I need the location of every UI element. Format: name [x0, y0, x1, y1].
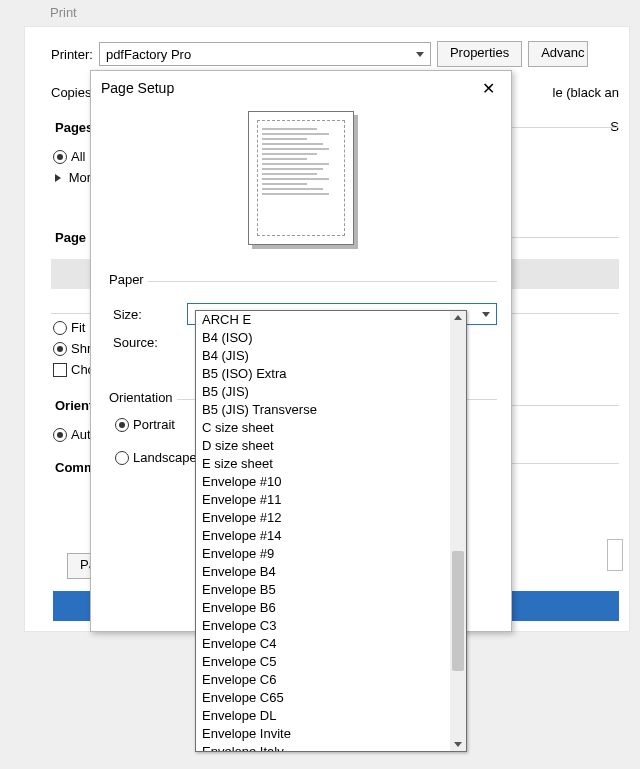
paper-size-option[interactable]: B4 (JIS): [196, 347, 450, 365]
paper-size-option[interactable]: Envelope #14: [196, 527, 450, 545]
dropdown-scrollbar[interactable]: [450, 311, 466, 751]
paper-size-option[interactable]: D size sheet: [196, 437, 450, 455]
paper-size-option[interactable]: E size sheet: [196, 455, 450, 473]
paper-size-option[interactable]: Envelope C5: [196, 653, 450, 671]
print-heading: Print: [50, 5, 77, 20]
radio-on-icon: [53, 342, 67, 356]
paper-size-option[interactable]: B5 (ISO) Extra: [196, 365, 450, 383]
printer-select[interactable]: pdfFactory Pro: [99, 42, 431, 66]
source-label: Source:: [113, 335, 175, 350]
printer-label: Printer:: [51, 47, 93, 62]
paper-legend: Paper: [105, 272, 148, 287]
page-preview: [248, 111, 354, 245]
size-label: Size:: [113, 307, 175, 322]
paper-size-option[interactable]: Envelope C4: [196, 635, 450, 653]
properties-button[interactable]: Properties: [437, 41, 522, 67]
radio-on-icon: [115, 418, 129, 432]
radio-on-icon: [53, 428, 67, 442]
scroll-down-icon[interactable]: [454, 742, 462, 747]
paper-size-option[interactable]: Envelope #10: [196, 473, 450, 491]
triangle-right-icon: [55, 174, 61, 182]
grayscale-label-fragment: le (black an: [553, 85, 619, 100]
radio-off-icon: [53, 321, 67, 335]
chevron-down-icon: [482, 312, 490, 317]
auto-label: Aut: [71, 427, 91, 442]
scroll-stub: [607, 539, 623, 571]
pages-all-label: All: [71, 149, 85, 164]
paper-size-option[interactable]: Envelope DL: [196, 707, 450, 725]
paper-size-option[interactable]: Envelope Italy: [196, 743, 450, 751]
dialog-title: Page Setup: [101, 80, 174, 96]
copies-label: Copies: [51, 85, 91, 100]
close-button[interactable]: ✕: [476, 79, 501, 98]
paper-size-option[interactable]: Envelope B5: [196, 581, 450, 599]
paper-size-option[interactable]: Envelope #11: [196, 491, 450, 509]
paper-size-option[interactable]: Envelope B4: [196, 563, 450, 581]
paper-size-option[interactable]: Envelope B6: [196, 599, 450, 617]
paper-size-option[interactable]: B4 (ISO): [196, 329, 450, 347]
paper-size-option[interactable]: C size sheet: [196, 419, 450, 437]
paper-size-option[interactable]: Envelope Invite: [196, 725, 450, 743]
portrait-label: Portrait: [133, 417, 175, 432]
chevron-down-icon: [416, 52, 424, 57]
printer-value: pdfFactory Pro: [106, 47, 191, 62]
orientation-legend: Orientation: [105, 390, 177, 405]
scroll-thumb[interactable]: [452, 551, 464, 671]
paper-size-dropdown[interactable]: ARCH EB4 (ISO)B4 (JIS)B5 (ISO) ExtraB5 (…: [195, 310, 467, 752]
paper-size-option[interactable]: Envelope C65: [196, 689, 450, 707]
radio-off-icon: [115, 451, 129, 465]
scroll-up-icon[interactable]: [454, 315, 462, 320]
checkbox-icon: [53, 363, 67, 377]
radio-on-icon: [53, 150, 67, 164]
advanced-button[interactable]: Advanc: [528, 41, 587, 67]
paper-size-option[interactable]: Envelope C6: [196, 671, 450, 689]
paper-size-option[interactable]: Envelope #9: [196, 545, 450, 563]
paper-size-option[interactable]: Envelope #12: [196, 509, 450, 527]
paper-size-option[interactable]: B5 (JIS): [196, 383, 450, 401]
paper-size-option[interactable]: Envelope C3: [196, 617, 450, 635]
fit-label: Fit: [71, 320, 85, 335]
more-options-label: Mor: [69, 170, 91, 185]
landscape-label: Landscape: [133, 450, 197, 465]
paper-size-option[interactable]: B5 (JIS) Transverse: [196, 401, 450, 419]
paper-size-option[interactable]: ARCH E: [196, 311, 450, 329]
